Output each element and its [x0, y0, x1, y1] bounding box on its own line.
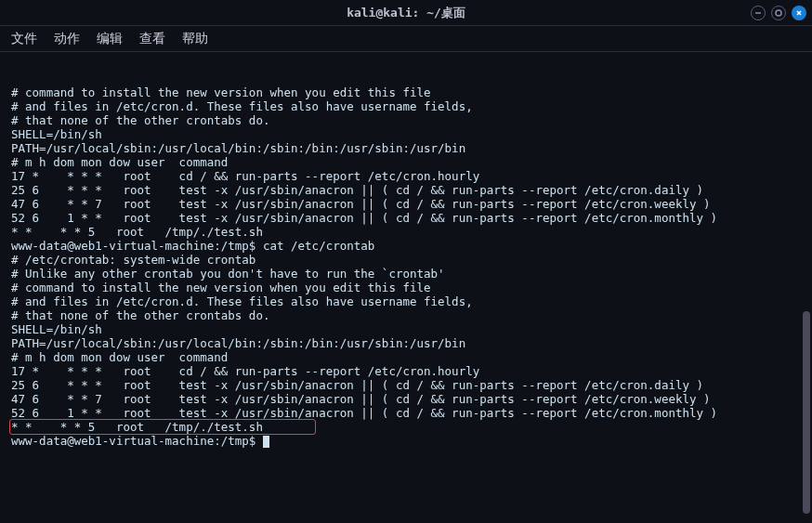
- terminal-window: kali@kali: ~/桌面 文件 动作 编辑 查看 帮助 # command…: [0, 0, 812, 523]
- close-icon: [794, 8, 804, 18]
- terminal-line: www-data@web1-virtual-machine:/tmp$ cat …: [11, 239, 801, 253]
- close-button[interactable]: [792, 6, 806, 20]
- terminal-line: 52 6 1 * * root test -x /usr/sbin/anacro…: [11, 211, 801, 225]
- minimize-icon: [753, 8, 763, 18]
- terminal-line: # that none of the other crontabs do.: [11, 113, 801, 127]
- terminal-line: # m h dom mon dow user command: [11, 155, 801, 169]
- terminal-line: 25 6 * * * root test -x /usr/sbin/anacro…: [11, 183, 801, 197]
- terminal-line: * * * * 5 root /tmp/./test.sh: [11, 420, 801, 434]
- terminal-line: # and files in /etc/cron.d. These files …: [11, 99, 801, 113]
- titlebar: kali@kali: ~/桌面: [0, 0, 812, 26]
- terminal-content[interactable]: # command to install the new version whe…: [0, 52, 812, 523]
- terminal-line: # m h dom mon dow user command: [11, 350, 801, 364]
- menu-view[interactable]: 查看: [139, 31, 165, 47]
- cursor: [263, 436, 269, 448]
- terminal-line: # and files in /etc/cron.d. These files …: [11, 294, 801, 308]
- terminal-line: # that none of the other crontabs do.: [11, 308, 801, 322]
- menu-edit[interactable]: 编辑: [97, 31, 123, 47]
- menubar: 文件 动作 编辑 查看 帮助: [0, 26, 812, 52]
- terminal-line: PATH=/usr/local/sbin:/usr/local/bin:/sbi…: [11, 336, 801, 350]
- maximize-button[interactable]: [771, 6, 786, 20]
- window-controls: [751, 6, 806, 20]
- terminal-line: 25 6 * * * root test -x /usr/sbin/anacro…: [11, 378, 801, 392]
- terminal-line: * * * * 5 root /tmp/./test.sh: [11, 225, 801, 239]
- terminal-line: SHELL=/bin/sh: [11, 322, 801, 336]
- terminal-line: SHELL=/bin/sh: [11, 127, 801, 141]
- terminal-line: www-data@web1-virtual-machine:/tmp$: [11, 434, 801, 448]
- maximize-icon: [774, 8, 783, 18]
- terminal-line: 17 * * * * root cd / && run-parts --repo…: [11, 169, 801, 183]
- window-title: kali@kali: ~/桌面: [0, 5, 812, 21]
- menu-actions[interactable]: 动作: [54, 31, 80, 47]
- terminal-line: 52 6 1 * * root test -x /usr/sbin/anacro…: [11, 406, 801, 420]
- menu-file[interactable]: 文件: [11, 31, 37, 47]
- scrollbar-thumb[interactable]: [803, 311, 810, 514]
- terminal-line: # Unlike any other crontab you don't hav…: [11, 267, 801, 281]
- terminal-line: # /etc/crontab: system-wide crontab: [11, 253, 801, 267]
- terminal-line: # command to install the new version whe…: [11, 85, 801, 99]
- terminal-line: 47 6 * * 7 root test -x /usr/sbin/anacro…: [11, 392, 801, 406]
- terminal-line: # command to install the new version whe…: [11, 281, 801, 294]
- menu-help[interactable]: 帮助: [182, 31, 208, 47]
- terminal-line: 17 * * * * root cd / && run-parts --repo…: [11, 364, 801, 378]
- minimize-button[interactable]: [751, 6, 766, 20]
- svg-point-1: [776, 10, 781, 16]
- terminal-line: PATH=/usr/local/sbin:/usr/local/bin:/sbi…: [11, 141, 801, 155]
- terminal-line: 47 6 * * 7 root test -x /usr/sbin/anacro…: [11, 197, 801, 211]
